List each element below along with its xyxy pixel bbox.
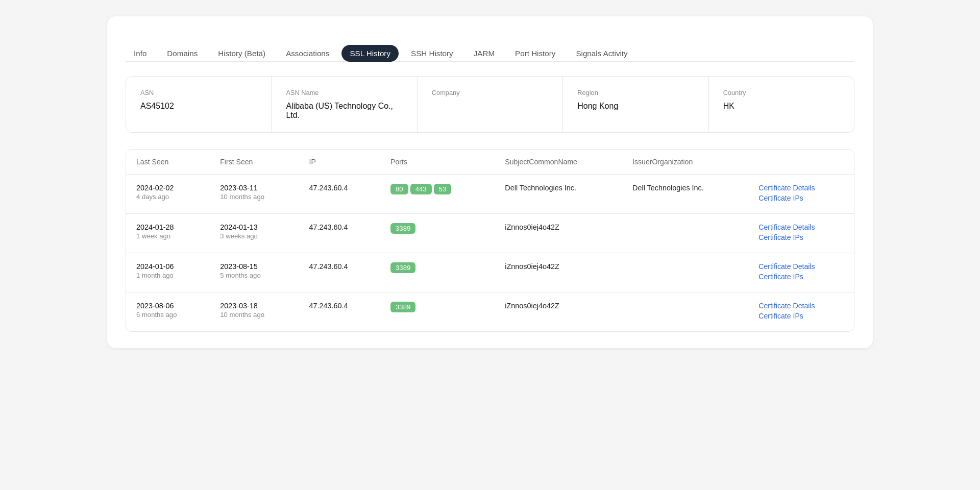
cell-last-seen-1: 2024-01-281 week ago [126, 214, 210, 253]
certificate-ips-link-3[interactable]: Certificate IPs [758, 312, 844, 320]
tab-jarm[interactable]: JARM [465, 45, 503, 62]
last-seen-date-1: 2024-01-28 [136, 223, 200, 231]
table-row: 2024-01-281 week ago2024-01-133 weeks ag… [126, 214, 854, 253]
cell-actions-0: Certificate DetailsCertificate IPs [748, 175, 854, 214]
cell-first-seen-1: 2024-01-133 weeks ago [210, 214, 299, 253]
last-seen-relative-1: 1 week ago [136, 232, 200, 240]
ssl-history-table: Last SeenFirst SeenIPPortsSubjectCommonN… [126, 150, 854, 331]
first-seen-relative-3: 10 months ago [220, 311, 288, 318]
table-row: 2024-02-024 days ago2023-03-1110 months … [126, 175, 854, 214]
col-header-ip: IP [299, 150, 381, 175]
port-badge-3389-row-3: 3389 [390, 302, 415, 312]
info-label-company: Company [432, 89, 548, 96]
port-badge-443-row-0: 443 [410, 184, 432, 194]
tab-port-history[interactable]: Port History [507, 45, 564, 62]
info-value-country: HK [723, 102, 840, 111]
cell-ports-0: 8044353 [380, 175, 495, 214]
port-badge-80-row-0: 80 [390, 184, 408, 194]
last-seen-date-0: 2024-02-02 [136, 184, 200, 192]
first-seen-date-3: 2023-03-18 [220, 302, 288, 310]
cell-ports-3: 3389 [380, 292, 495, 332]
cell-last-seen-2: 2024-01-061 month ago [126, 253, 210, 292]
cell-ip-3: 47.243.60.4 [299, 292, 381, 332]
info-label-region: Region [577, 89, 694, 96]
first-seen-relative-1: 3 weeks ago [220, 232, 288, 240]
info-cell-asn: ASNAS45102 [126, 77, 272, 132]
col-header-issuer-organization: IssuerOrganization [622, 150, 748, 175]
tab-info[interactable]: Info [126, 45, 155, 62]
page-container: InfoDomainsHistory (Beta)AssociationsSSL… [107, 16, 873, 348]
cell-ip-0: 47.243.60.4 [299, 175, 381, 214]
last-seen-date-3: 2023-08-06 [136, 302, 200, 310]
cell-first-seen-2: 2023-08-155 months ago [210, 253, 299, 292]
tab-associations[interactable]: Associations [278, 45, 337, 62]
col-header-ports: Ports [380, 150, 495, 175]
certificate-details-link-0[interactable]: Certificate Details [758, 184, 844, 192]
info-cell-company: Company [418, 77, 563, 132]
certificate-details-link-1[interactable]: Certificate Details [758, 223, 844, 231]
cell-actions-3: Certificate DetailsCertificate IPs [748, 292, 854, 332]
tab-history-beta[interactable]: History (Beta) [210, 45, 274, 62]
info-value-region: Hong Kong [577, 102, 694, 111]
table-row: 2024-01-061 month ago2023-08-155 months … [126, 253, 854, 292]
first-seen-date-0: 2023-03-11 [220, 184, 288, 192]
cell-subject-common-name-3: iZnnos0iej4o42Z [495, 292, 622, 332]
col-header-subject-common-name: SubjectCommonName [495, 150, 622, 175]
cell-actions-2: Certificate DetailsCertificate IPs [748, 253, 854, 292]
info-value-asn-name: Alibaba (US) Technology Co., Ltd. [286, 102, 402, 120]
col-header-actions [748, 150, 854, 175]
first-seen-date-2: 2023-08-15 [220, 262, 288, 271]
cell-issuer-organization-0: Dell Technologies Inc. [622, 175, 748, 214]
first-seen-date-1: 2024-01-13 [220, 223, 288, 231]
info-label-asn: ASN [140, 89, 257, 96]
tab-navigation: InfoDomainsHistory (Beta)AssociationsSSL… [126, 45, 854, 62]
cell-subject-common-name-2: iZnnos0iej4o42Z [495, 253, 622, 292]
first-seen-relative-0: 10 months ago [220, 193, 288, 201]
last-seen-relative-3: 6 months ago [136, 311, 200, 318]
col-header-last-seen: Last Seen [126, 150, 210, 175]
tab-ssl-history[interactable]: SSL History [341, 45, 399, 62]
last-seen-relative-2: 1 month ago [136, 272, 200, 279]
info-label-country: Country [723, 89, 840, 96]
certificate-details-link-2[interactable]: Certificate Details [758, 262, 844, 271]
cell-issuer-organization-3 [622, 292, 748, 332]
cell-ip-1: 47.243.60.4 [299, 214, 381, 253]
last-seen-date-2: 2024-01-06 [136, 262, 200, 271]
port-badge-3389-row-2: 3389 [390, 262, 415, 273]
table-body: 2024-02-024 days ago2023-03-1110 months … [126, 175, 854, 332]
certificate-ips-link-0[interactable]: Certificate IPs [758, 194, 844, 202]
port-badge-3389-row-1: 3389 [390, 223, 415, 234]
info-cell-country: CountryHK [709, 77, 854, 132]
cell-actions-1: Certificate DetailsCertificate IPs [748, 214, 854, 253]
certificate-ips-link-2[interactable]: Certificate IPs [758, 273, 844, 281]
cell-issuer-organization-2 [622, 253, 748, 292]
tab-signals-activity[interactable]: Signals Activity [568, 45, 635, 62]
tab-ssh-history[interactable]: SSH History [403, 45, 461, 62]
cell-ports-2: 3389 [380, 253, 495, 292]
info-cell-asn-name: ASN NameAlibaba (US) Technology Co., Ltd… [272, 77, 417, 132]
cell-first-seen-0: 2023-03-1110 months ago [210, 175, 299, 214]
cell-subject-common-name-1: iZnnos0iej4o42Z [495, 214, 622, 253]
cell-subject-common-name-0: Dell Technologies Inc. [495, 175, 622, 214]
cell-ip-2: 47.243.60.4 [299, 253, 381, 292]
cell-first-seen-3: 2023-03-1810 months ago [210, 292, 299, 332]
tab-domains[interactable]: Domains [159, 45, 206, 62]
cell-ports-1: 3389 [380, 214, 495, 253]
certificate-ips-link-1[interactable]: Certificate IPs [758, 233, 844, 241]
last-seen-relative-0: 4 days ago [136, 193, 200, 201]
first-seen-relative-2: 5 months ago [220, 272, 288, 279]
cell-issuer-organization-1 [622, 214, 748, 253]
info-cell-region: RegionHong Kong [563, 77, 708, 132]
col-header-first-seen: First Seen [210, 150, 299, 175]
table-header: Last SeenFirst SeenIPPortsSubjectCommonN… [126, 150, 854, 175]
info-label-asn-name: ASN Name [286, 89, 402, 96]
certificate-details-link-3[interactable]: Certificate Details [758, 302, 844, 310]
table-row: 2023-08-066 months ago2023-03-1810 month… [126, 292, 854, 332]
info-value-asn: AS45102 [140, 102, 257, 111]
ssl-history-table-container: Last SeenFirst SeenIPPortsSubjectCommonN… [126, 149, 854, 332]
port-badge-53-row-0: 53 [434, 184, 452, 194]
cell-last-seen-3: 2023-08-066 months ago [126, 292, 210, 332]
info-card: ASNAS45102ASN NameAlibaba (US) Technolog… [126, 76, 854, 133]
cell-last-seen-0: 2024-02-024 days ago [126, 175, 210, 214]
